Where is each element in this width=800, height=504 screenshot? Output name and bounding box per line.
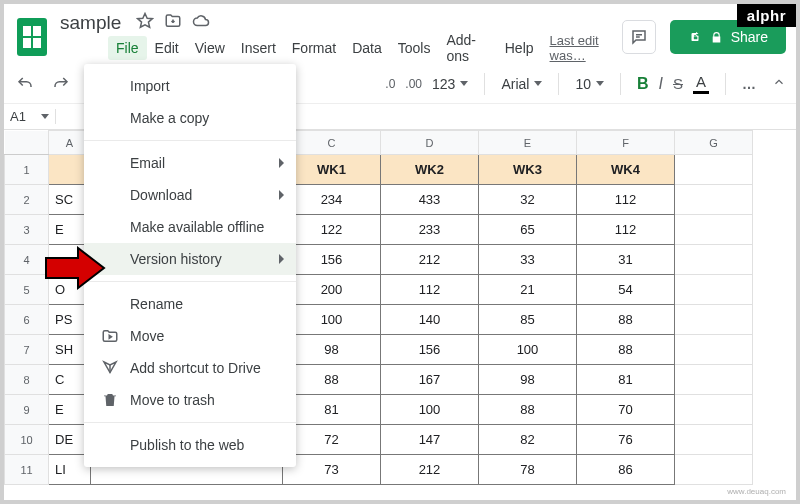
comments-button[interactable]	[622, 20, 656, 54]
redo-button[interactable]	[50, 73, 72, 95]
more-tools-button[interactable]: …	[742, 76, 756, 92]
cell[interactable]: 112	[577, 185, 675, 215]
column-header[interactable]: D	[381, 131, 479, 155]
name-box[interactable]: A1	[4, 109, 56, 124]
file-menu-item[interactable]: Rename	[84, 288, 296, 320]
row-header[interactable]: 8	[5, 365, 49, 395]
file-menu-item[interactable]: Make a copy	[84, 102, 296, 134]
cell[interactable]: 70	[577, 395, 675, 425]
cell[interactable]: 88	[577, 305, 675, 335]
column-header[interactable]: C	[283, 131, 381, 155]
cell[interactable]	[675, 395, 753, 425]
cell[interactable]: 82	[479, 425, 577, 455]
cell[interactable]: 156	[381, 335, 479, 365]
cell[interactable]	[675, 365, 753, 395]
cell[interactable]	[675, 155, 753, 185]
menu-edit[interactable]: Edit	[147, 36, 187, 60]
cell[interactable]: 88	[283, 365, 381, 395]
file-menu-item[interactable]: Version history	[84, 243, 296, 275]
cell[interactable]: 234	[283, 185, 381, 215]
file-menu-item[interactable]: Move	[84, 320, 296, 352]
bold-button[interactable]: B	[637, 75, 649, 93]
cell[interactable]: 112	[381, 275, 479, 305]
last-edit-link[interactable]: Last edit was…	[550, 33, 622, 63]
cell[interactable]: 167	[381, 365, 479, 395]
menu-data[interactable]: Data	[344, 36, 390, 60]
cell[interactable]: WK2	[381, 155, 479, 185]
text-color-button[interactable]: A	[693, 73, 709, 94]
column-header[interactable]: F	[577, 131, 675, 155]
cell[interactable]	[675, 425, 753, 455]
cloud-status-icon[interactable]	[192, 12, 210, 34]
file-menu-item[interactable]: Add shortcut to Drive	[84, 352, 296, 384]
font-family-select[interactable]: Arial	[501, 76, 542, 92]
collapse-toolbar-button[interactable]	[772, 75, 786, 92]
file-menu-item[interactable]: Import	[84, 70, 296, 102]
file-menu-item[interactable]: Move to trash	[84, 384, 296, 416]
menu-file[interactable]: File	[108, 36, 147, 60]
row-header[interactable]: 4	[5, 245, 49, 275]
font-size-select[interactable]: 10	[575, 76, 604, 92]
cell[interactable]: 200	[283, 275, 381, 305]
cell[interactable]: 32	[479, 185, 577, 215]
cell[interactable]: 122	[283, 215, 381, 245]
cell[interactable]: 76	[577, 425, 675, 455]
cell[interactable]	[675, 455, 753, 485]
cell[interactable]: 112	[577, 215, 675, 245]
folder-move-icon[interactable]	[164, 12, 182, 34]
undo-button[interactable]	[14, 73, 36, 95]
cell[interactable]	[675, 275, 753, 305]
cell[interactable]: 85	[479, 305, 577, 335]
file-menu-item[interactable]: Email	[84, 147, 296, 179]
sheets-logo[interactable]	[14, 19, 50, 55]
menu-format[interactable]: Format	[284, 36, 344, 60]
cell[interactable]: 81	[283, 395, 381, 425]
row-header[interactable]: 11	[5, 455, 49, 485]
row-header[interactable]: 9	[5, 395, 49, 425]
cell[interactable]: 86	[577, 455, 675, 485]
cell[interactable]: 98	[283, 335, 381, 365]
cell[interactable]: 100	[479, 335, 577, 365]
row-header[interactable]: 6	[5, 305, 49, 335]
row-header[interactable]: 1	[5, 155, 49, 185]
cell[interactable]: 147	[381, 425, 479, 455]
cell[interactable]: WK4	[577, 155, 675, 185]
row-header[interactable]: 7	[5, 335, 49, 365]
cell[interactable]: 78	[479, 455, 577, 485]
file-menu-item[interactable]: Download	[84, 179, 296, 211]
cell[interactable]: 33	[479, 245, 577, 275]
cell[interactable]: 140	[381, 305, 479, 335]
strikethrough-button[interactable]: S	[673, 75, 683, 92]
row-header[interactable]: 3	[5, 215, 49, 245]
menu-tools[interactable]: Tools	[390, 36, 439, 60]
cell[interactable]: 156	[283, 245, 381, 275]
number-format-select[interactable]: 123	[432, 76, 468, 92]
cell[interactable]: 54	[577, 275, 675, 305]
cell[interactable]: 212	[381, 245, 479, 275]
increase-decimal-button[interactable]: .00	[405, 77, 422, 91]
cell[interactable]	[675, 185, 753, 215]
cell[interactable]: 98	[479, 365, 577, 395]
cell[interactable]: 31	[577, 245, 675, 275]
italic-button[interactable]: I	[659, 75, 663, 93]
cell[interactable]: 233	[381, 215, 479, 245]
cell[interactable]	[675, 245, 753, 275]
file-menu-item[interactable]: Make available offline	[84, 211, 296, 243]
column-header[interactable]: E	[479, 131, 577, 155]
cell[interactable]: 21	[479, 275, 577, 305]
cell[interactable]: 88	[479, 395, 577, 425]
cell[interactable]: 100	[381, 395, 479, 425]
cell[interactable]: WK1	[283, 155, 381, 185]
cell[interactable]: 72	[283, 425, 381, 455]
row-header[interactable]: 10	[5, 425, 49, 455]
menu-insert[interactable]: Insert	[233, 36, 284, 60]
row-header[interactable]: 2	[5, 185, 49, 215]
column-header[interactable]: G	[675, 131, 753, 155]
cell[interactable]	[675, 335, 753, 365]
cell[interactable]: 100	[283, 305, 381, 335]
menu-help[interactable]: Help	[497, 36, 542, 60]
cell[interactable]: WK3	[479, 155, 577, 185]
cell[interactable]: 81	[577, 365, 675, 395]
decrease-decimal-button[interactable]: .0	[385, 77, 395, 91]
menu-view[interactable]: View	[187, 36, 233, 60]
